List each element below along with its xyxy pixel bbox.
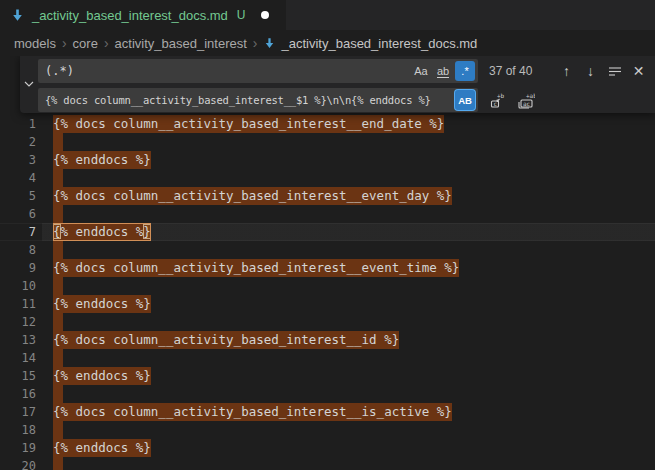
find-match-highlight: {% docs column__activity_based_interest_… — [53, 187, 452, 205]
match-count: 37 of 40 — [489, 64, 547, 78]
line-text: {% enddocs %} — [36, 295, 151, 313]
editor-pane[interactable]: (.*) Aa ab .* 37 of 40 — [0, 56, 655, 470]
breadcrumb-separator-icon: › — [251, 35, 260, 51]
editor-tab[interactable]: _activity_based_interest_docs.md U — [0, 0, 286, 30]
code-line[interactable]: 4 — [0, 169, 655, 187]
line-number: 3 — [0, 151, 36, 169]
breadcrumb-item-models[interactable]: models — [14, 36, 56, 51]
find-match-highlight-empty — [53, 349, 63, 367]
line-number: 11 — [0, 295, 36, 313]
line-text — [36, 421, 63, 439]
close-find-widget-button[interactable]: ✕ — [628, 61, 649, 82]
code-line[interactable]: 16 — [0, 385, 655, 403]
selection-lines-icon — [608, 64, 622, 78]
replace-all-icon: +ab ac — [517, 92, 535, 109]
code-line[interactable]: 17{% docs column__activity_based_interes… — [0, 403, 655, 421]
line-text: {% docs column__activity_based_interest_… — [36, 187, 452, 205]
find-input-value: (.*) — [38, 64, 74, 78]
line-number: 14 — [0, 349, 36, 367]
line-number: 18 — [0, 421, 36, 439]
find-match-highlight: {% enddocs %} — [53, 439, 151, 457]
find-match-highlight-empty — [53, 241, 63, 259]
code-line[interactable]: 15{% enddocs %} — [0, 367, 655, 385]
breadcrumb: models › core › activity_based_interest … — [0, 30, 655, 56]
find-match-highlight-empty — [53, 313, 63, 331]
current-find-match-highlight: {% enddocs %} — [53, 223, 151, 241]
breadcrumb-separator-icon: › — [60, 35, 69, 51]
code-area[interactable]: 1{% docs column__activity_based_interest… — [0, 115, 655, 470]
regex-toggle[interactable]: .* — [455, 61, 475, 81]
line-number: 19 — [0, 439, 36, 457]
replace-button[interactable]: +b c — [487, 90, 508, 111]
code-line[interactable]: 11{% enddocs %} — [0, 295, 655, 313]
svg-text:+b: +b — [497, 92, 505, 99]
find-in-selection-button[interactable] — [604, 61, 625, 82]
find-row: (.*) Aa ab .* 37 of 40 — [38, 59, 655, 83]
find-match-highlight: {% enddocs %} — [53, 367, 151, 385]
find-match-highlight-empty — [53, 205, 63, 223]
regex-label: .* — [461, 65, 468, 77]
match-case-toggle[interactable]: Aa — [411, 61, 431, 81]
line-text: {% enddocs %} — [36, 151, 151, 169]
chevron-down-icon — [23, 78, 35, 90]
next-match-button[interactable]: ↓ — [580, 61, 601, 82]
markdown-file-icon — [10, 8, 25, 23]
arrow-down-icon: ↓ — [587, 63, 594, 79]
replace-all-button[interactable]: +ab ac — [515, 90, 536, 111]
breadcrumb-item-activity-based-interest[interactable]: activity_based_interest — [115, 36, 247, 51]
code-line[interactable]: 12 — [0, 313, 655, 331]
replace-row: {% docs column__activity_based_interest_… — [38, 88, 655, 112]
code-line[interactable]: 14 — [0, 349, 655, 367]
preserve-case-toggle[interactable]: AB — [455, 90, 475, 110]
find-match-highlight-empty — [53, 385, 63, 403]
line-number: 1 — [0, 115, 36, 133]
line-number: 4 — [0, 169, 36, 187]
line-text: {% docs column__activity_based_interest_… — [36, 331, 399, 349]
code-line[interactable]: 19{% enddocs %} — [0, 439, 655, 457]
line-text — [36, 349, 63, 367]
code-line[interactable]: 10 — [0, 277, 655, 295]
line-text — [36, 133, 63, 151]
line-text — [36, 385, 63, 403]
code-line[interactable]: 3{% enddocs %} — [0, 151, 655, 169]
line-number: 13 — [0, 331, 36, 349]
code-line[interactable]: 8 — [0, 241, 655, 259]
code-line[interactable]: 18 — [0, 421, 655, 439]
find-replace-widget: (.*) Aa ab .* 37 of 40 — [20, 56, 655, 113]
code-line[interactable]: 7{% enddocs %} — [0, 223, 655, 241]
previous-match-button[interactable]: ↑ — [556, 61, 577, 82]
find-match-highlight: {% docs column__activity_based_interest_… — [53, 331, 399, 349]
whole-word-toggle[interactable]: ab — [433, 61, 453, 81]
line-number: 5 — [0, 187, 36, 205]
code-line[interactable]: 2 — [0, 133, 655, 151]
line-number: 20 — [0, 457, 36, 470]
whole-word-label: ab — [437, 65, 449, 78]
breadcrumb-item-core[interactable]: core — [73, 36, 98, 51]
line-text: {% enddocs %} — [36, 439, 151, 457]
line-text: {% docs column__activity_based_interest_… — [36, 115, 444, 133]
markdown-file-icon — [263, 37, 276, 50]
find-match-highlight: {% docs column__activity_based_interest_… — [53, 115, 444, 133]
code-line[interactable]: 5{% docs column__activity_based_interest… — [0, 187, 655, 205]
line-text — [36, 205, 63, 223]
code-line[interactable]: 20 — [0, 457, 655, 470]
unsaved-dot-icon[interactable] — [261, 11, 269, 19]
code-line[interactable]: 13{% docs column__activity_based_interes… — [0, 331, 655, 349]
line-text: {% enddocs %} — [36, 367, 151, 385]
line-text — [36, 277, 63, 295]
find-match-highlight-empty — [53, 457, 63, 470]
toggle-replace-button[interactable] — [20, 56, 38, 113]
bracket-match-highlight: } — [143, 224, 151, 239]
breadcrumb-item-file[interactable]: _activity_based_interest_docs.md — [263, 36, 477, 51]
find-input[interactable]: (.*) Aa ab .* — [38, 59, 478, 83]
code-line[interactable]: 9{% docs column__activity_based_interest… — [0, 259, 655, 277]
find-match-highlight-empty — [53, 169, 63, 187]
line-number: 12 — [0, 313, 36, 331]
svg-text:ac: ac — [523, 99, 531, 106]
replace-input[interactable]: {% docs column__activity_based_interest_… — [38, 88, 478, 112]
preserve-case-label: AB — [458, 95, 472, 106]
code-line[interactable]: 1{% docs column__activity_based_interest… — [0, 115, 655, 133]
code-line[interactable]: 6 — [0, 205, 655, 223]
find-match-highlight: {% docs column__activity_based_interest_… — [53, 403, 452, 421]
replace-icon: +b c — [489, 92, 506, 109]
